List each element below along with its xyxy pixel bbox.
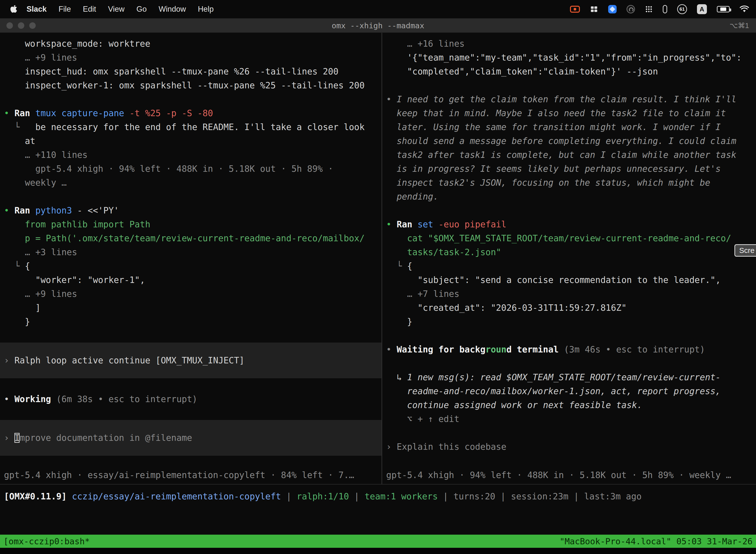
terminal-text: └ (4, 261, 25, 271)
thinking-text: • I need to get the claim token from the… (382, 92, 756, 106)
input-source-icon[interactable]: A (697, 4, 707, 14)
screen-edge-tooltip: Scre (735, 244, 756, 257)
terminal-text: from pathlib import Path (4, 219, 150, 229)
window-grid-icon[interactable] (590, 5, 598, 13)
terminal-text: turns:20 (453, 491, 495, 501)
dots-grid-icon[interactable] (645, 5, 653, 13)
terminal-line: cat "$OMX_TEAM_STATE_ROOT/team/review-cu… (382, 231, 756, 245)
key-icon[interactable] (663, 5, 667, 13)
menu-view[interactable]: View (102, 5, 130, 14)
terminal-text: pending. (386, 191, 439, 202)
terminal-text: } (4, 317, 30, 327)
blue-app-icon[interactable] (608, 5, 617, 13)
terminal-line: "worker": "worker-1", (0, 273, 381, 287)
terminal-text: (3m 46s • esc to interrupt) (564, 344, 705, 354)
minimize-button[interactable] (18, 22, 24, 29)
terminal-text: | (281, 491, 297, 501)
right-terminal-pane[interactable]: … +16 lines '{"team_name":"my-team","tas… (382, 33, 756, 484)
terminal-line: └ be necessary for the end of the README… (0, 120, 381, 134)
terminal-text: › (4, 433, 14, 443)
terminal-line: … +7 lines (382, 287, 756, 301)
terminal-text: weekly … (4, 178, 67, 188)
terminal-line: … +9 lines (0, 51, 381, 64)
battery-icon[interactable] (717, 6, 730, 12)
terminal-line: … +9 lines (0, 287, 381, 301)
terminal-text: -t %25 -p -S -80 (129, 108, 213, 118)
terminal-text: "completed","claim_token":"claim-token"}… (386, 66, 658, 76)
terminal-text: p = Path('.omx/state/team/review-current… (4, 233, 365, 243)
terminal-line (382, 204, 756, 217)
battery-percent-icon[interactable]: 61 (677, 4, 687, 14)
menu-window[interactable]: Window (152, 5, 192, 14)
terminal-text: cczip/essay/ai-reimplementation-copyleft (72, 491, 281, 501)
menu-help[interactable]: Help (192, 5, 220, 14)
suggestion-explain-codebase[interactable]: › Explain this codebase (382, 440, 756, 454)
terminal-line: "subject": "send a concise recommendatio… (382, 273, 756, 287)
terminal-text: - <<'PY' (77, 206, 119, 215)
terminal-text: … +9 lines (4, 53, 77, 63)
battery-fill (720, 7, 727, 11)
screen-recording-indicator-icon[interactable] (570, 6, 580, 13)
terminal-text: • (386, 94, 397, 104)
terminal-text: … +7 lines (386, 289, 459, 299)
terminal-line: gpt-5.4 xhigh · 94% left · 488K in · 5.1… (0, 162, 381, 176)
terminal-text: ] (4, 303, 41, 313)
terminal-line: } (0, 315, 381, 329)
terminal-text: "subject": "send a concise recommendatio… (386, 275, 721, 285)
terminal-text: • (386, 219, 397, 229)
tmux-session-label: [omx-cczip0:bash* (3, 536, 90, 546)
terminal-line: … +110 lines (0, 148, 381, 162)
apple-menu[interactable] (7, 5, 20, 13)
terminal-text: I (14, 433, 19, 443)
terminal-text: '{"team_name":"my-team","task_id":"1","f… (386, 53, 742, 63)
terminal-text: team:1 workers (365, 491, 438, 501)
menubar-status-icons: 61 A (570, 4, 749, 14)
terminal-line: inspect task2's JSON, focusing on the st… (382, 176, 756, 189)
left-pane-lines: workspace_mode: worktree … +9 lines insp… (0, 37, 381, 456)
terminal-window: omx --xhigh --madmax ⌥⌘1 workspace_mode:… (0, 18, 756, 554)
terminal-line (382, 329, 756, 342)
menu-file[interactable]: File (53, 5, 77, 14)
terminal-line: workspace_mode: worktree (0, 37, 381, 51)
terminal-line: • Ran set -euo pipefail (382, 217, 756, 231)
terminal-text: • (386, 344, 397, 354)
terminal-line: tasks/task-2.json" (382, 245, 756, 259)
menu-go[interactable]: Go (130, 5, 152, 14)
battery-percent-value: 61 (679, 6, 685, 12)
prompt-input[interactable]: › Improve documentation in @filename (0, 420, 381, 456)
terminal-text: inspect task2's JSON, focusing on the st… (386, 178, 710, 188)
terminal-text: session:23m (511, 491, 568, 501)
terminal-line: readme-and-reco/mailbox/worker-1.json, a… (382, 384, 756, 398)
menu-edit[interactable]: Edit (77, 5, 102, 14)
terminal-text: • (4, 394, 14, 404)
close-button[interactable] (6, 22, 13, 29)
terminal-line: … +16 lines (382, 37, 756, 51)
terminal-text: cat "$OMX_TEAM_STATE_ROOT/team/review-cu… (386, 233, 731, 243)
terminal-text: | (438, 491, 453, 501)
terminal-text: └ (4, 122, 35, 132)
terminal-text: roun (485, 344, 506, 354)
terminal-line: at (0, 134, 381, 148)
terminal-text: ⌥ + ↑ edit (386, 414, 459, 424)
terminal-text: › (4, 355, 14, 365)
terminal-text: be necessary for the end of the README. … (35, 122, 365, 132)
terminal-text: … +110 lines (4, 150, 87, 160)
terminal-text: "worker": "worker-1", (4, 275, 145, 285)
window-titlebar[interactable]: omx --xhigh --madmax ⌥⌘1 (0, 18, 756, 33)
left-terminal-pane[interactable]: workspace_mode: worktree … +9 lines insp… (0, 33, 381, 484)
terminal-text: readme-and-reco/mailbox/worker-1.json, a… (386, 386, 721, 396)
omx-status-line: [OMX#0.11.9] cczip/essay/ai-reimplementa… (0, 485, 756, 508)
terminal-text: Ran (14, 108, 35, 118)
left-pane-status-footer: gpt-5.4 xhigh · essay/ai-reimplementatio… (4, 470, 354, 480)
terminal-text: later. Using the same for transition mig… (386, 122, 721, 132)
tmux-status-bar: [omx-cczip0:bash* "MacBook-Pro-44.local"… (0, 535, 756, 548)
wifi-icon[interactable] (740, 5, 749, 13)
active-app-name[interactable]: Slack (20, 5, 53, 14)
zoom-button[interactable] (29, 22, 36, 29)
terminal-text: at (4, 136, 35, 146)
dark-app-icon[interactable] (627, 5, 635, 13)
terminal-line: from pathlib import Path (0, 217, 381, 231)
terminal-text: | (349, 491, 365, 501)
menu-bar: Slack File Edit View Go Window Help 61 A (0, 0, 756, 18)
terminal-text: python3 (35, 206, 77, 215)
